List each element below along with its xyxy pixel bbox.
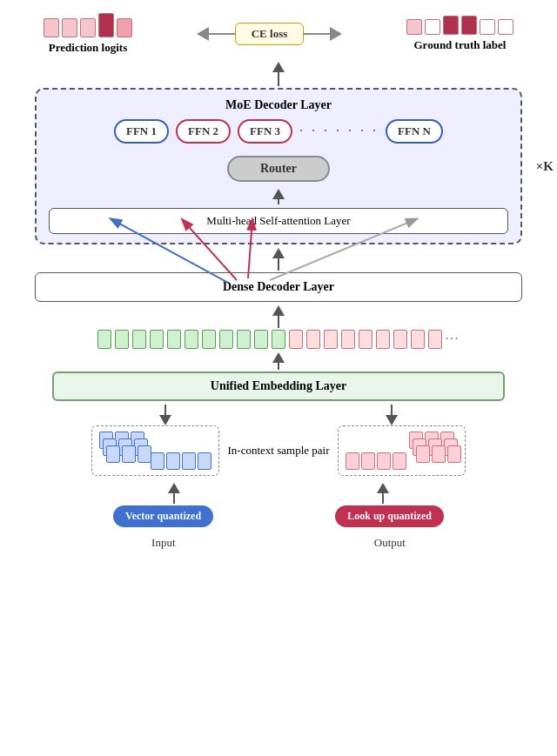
down-arrow-right <box>391 405 393 415</box>
seq-g7 <box>202 330 216 349</box>
prediction-logits-group: Prediction logits <box>44 13 132 55</box>
input-label: Input <box>151 536 175 550</box>
arrow-left-icon <box>197 27 209 41</box>
gt-label: Ground truth label <box>414 38 507 52</box>
b7 <box>106 445 120 463</box>
seq-p1 <box>289 330 303 349</box>
seq-g6 <box>185 330 198 349</box>
up-arrow-line-tokens <box>278 363 279 370</box>
ffn-2-box: FFN 2 <box>176 119 231 144</box>
ce-loss-group: CE loss <box>197 23 343 45</box>
gt-token-4 <box>461 16 477 35</box>
arrow-line <box>209 33 235 35</box>
seq-dots: ··· <box>446 332 460 346</box>
p7 <box>416 445 430 463</box>
up-arrow-line-top <box>278 72 279 86</box>
up-arrow-head-router <box>272 189 285 199</box>
seq-g9 <box>237 330 251 349</box>
stacked-pink-row-3 <box>416 445 461 463</box>
moe-decoder-layer: MoE Decoder Layer FFN 1 FFN 2 FFN 3 · · … <box>35 88 522 244</box>
ffn-dots: · · · · · · · <box>299 124 379 139</box>
seq-g11 <box>272 330 285 349</box>
pf1 <box>346 452 359 470</box>
seq-p8 <box>411 330 425 349</box>
moe-title: MoE Decoder Layer <box>49 98 508 112</box>
seq-g8 <box>219 330 233 349</box>
arrow-right-icon <box>330 27 342 41</box>
seq-g3 <box>132 330 146 349</box>
seq-p4 <box>341 330 355 349</box>
gt-token-3 <box>443 16 459 35</box>
up-arrow-lq <box>382 493 384 504</box>
self-attn-box: Multi-head Self-attention Layer <box>49 208 508 234</box>
embedding-box: Unified Embedding Layer <box>52 371 505 401</box>
ffn-row: FFN 1 FFN 2 FFN 3 · · · · · · · FFN N <box>49 119 508 144</box>
seq-p7 <box>393 330 407 349</box>
up-arrow-head-tokens <box>272 352 285 363</box>
stacked-row-3 <box>106 445 151 463</box>
seq-p3 <box>324 330 338 349</box>
seq-g2 <box>115 330 129 349</box>
bf3 <box>182 452 196 470</box>
pred-token-1 <box>44 18 59 37</box>
b9 <box>138 445 151 463</box>
seq-p5 <box>359 330 372 349</box>
prediction-label: Prediction logits <box>49 41 127 55</box>
up-arrow-line-embed <box>278 316 279 328</box>
ffn-n-box: FFN N <box>386 119 443 144</box>
seq-g5 <box>167 330 181 349</box>
router-section: Router <box>49 156 508 182</box>
seq-p6 <box>376 330 390 349</box>
b8 <box>122 445 136 463</box>
output-label: Output <box>374 536 406 550</box>
down-arrowhead-left <box>159 415 171 425</box>
pred-token-5 <box>117 18 132 37</box>
token-seq-row: ··· <box>97 330 460 349</box>
vector-quantized-box: Vector quantized <box>113 505 213 527</box>
bf1 <box>151 452 164 470</box>
up-arrow-head-dense <box>272 248 285 258</box>
gt-token-1 <box>406 19 422 35</box>
pf4 <box>393 452 406 470</box>
left-token-group <box>91 425 219 476</box>
down-arrow-left <box>164 405 166 415</box>
up-arrow-line-dense <box>278 258 279 271</box>
seq-g4 <box>150 330 164 349</box>
in-context-section: In-context sample pair <box>35 425 522 476</box>
bf4 <box>198 452 211 470</box>
in-context-label: In-context sample pair <box>228 444 330 458</box>
stacked-pink <box>409 432 458 470</box>
gt-label-group: Ground truth label <box>406 16 513 52</box>
ffn-3-box: FFN 3 <box>238 119 292 144</box>
up-arrow-head-top <box>272 62 285 72</box>
gt-token-5 <box>480 19 495 35</box>
flat-pink-row <box>346 452 406 470</box>
p8 <box>432 445 446 463</box>
gt-token-2 <box>425 19 440 35</box>
ce-loss-box: CE loss <box>235 23 305 45</box>
dense-decoder-box: Dense Decoder Layer <box>35 272 522 302</box>
gt-token-6 <box>498 19 513 35</box>
pred-token-4 <box>98 13 114 37</box>
up-arrowhead-lq <box>377 483 389 493</box>
router-box: Router <box>227 156 330 182</box>
xk-label: ×K <box>536 159 554 174</box>
arrow-line-2 <box>304 33 330 35</box>
bottom-quantized-row: Vector quantized Look up quantized <box>52 505 505 527</box>
pred-token-2 <box>62 18 77 37</box>
seq-g10 <box>254 330 268 349</box>
lookup-quantized-box: Look up quantized <box>335 505 444 527</box>
stacked-blue <box>99 432 148 470</box>
seq-p2 <box>306 330 320 349</box>
right-token-group <box>338 425 466 476</box>
up-arrowhead-vq <box>168 483 180 493</box>
seq-g1 <box>97 330 111 349</box>
pred-token-3 <box>80 18 96 37</box>
flat-blue-row <box>151 452 211 470</box>
up-arrow-vq <box>173 493 175 504</box>
pf3 <box>377 452 391 470</box>
p9 <box>447 445 461 463</box>
up-arrow-head-embed <box>272 305 285 316</box>
up-arrow-line-router <box>278 199 279 204</box>
ffn-1-box: FFN 1 <box>114 119 169 144</box>
